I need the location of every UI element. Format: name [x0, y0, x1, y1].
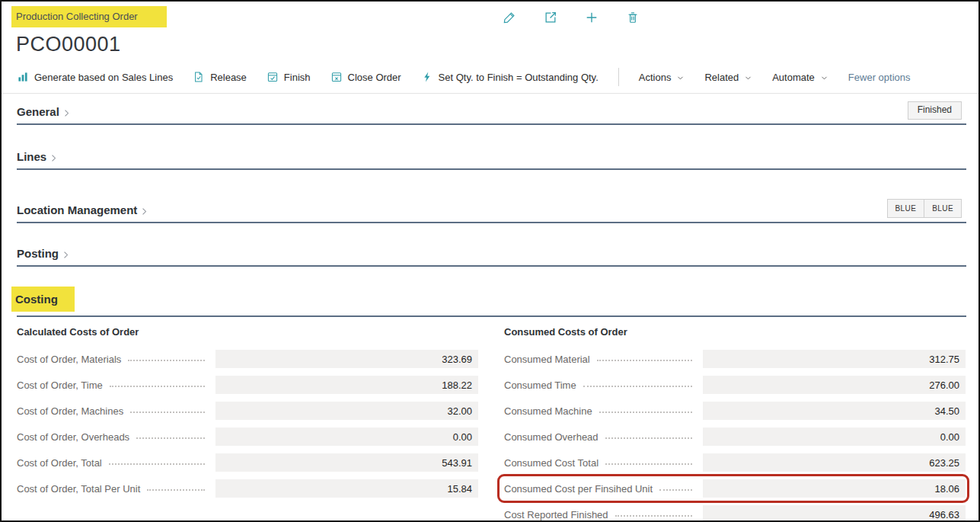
column-header-consumed: Consumed Costs of Order: [504, 326, 966, 340]
cost-field-value[interactable]: 0.00: [215, 428, 478, 446]
app-window: Production Collecting Order PCO00001: [0, 0, 980, 522]
cost-field-value[interactable]: 312.75: [703, 350, 966, 368]
toolbar-menu-button[interactable]: Related: [704, 72, 752, 83]
cost-field-row: Consumed Cost Total 623.25: [504, 453, 966, 472]
dotted-leader: [605, 437, 692, 439]
header-icon-button[interactable]: [496, 5, 522, 30]
cost-field-row: Cost of Order, Materials 323.69: [17, 350, 478, 368]
cost-field-label: Cost of Order, Materials: [17, 354, 121, 365]
fewer-options-button[interactable]: Fewer options: [848, 72, 911, 83]
section-location-toggle[interactable]: Location Management: [17, 203, 149, 218]
chevron-right-icon: [49, 152, 59, 163]
page-body: General Finished Lines Location Manageme…: [2, 101, 978, 522]
cost-field-row: Consumed Time 276.00: [504, 376, 966, 394]
calculated-costs-rows: Cost of Order, Materials 323.69 Cost of …: [17, 350, 478, 498]
dotted-leader: [597, 360, 692, 361]
consumed-costs-rows: Consumed Material 312.75 Consumed Time 2: [504, 350, 966, 522]
chevron-down-icon: [744, 72, 752, 82]
lightning-icon: [421, 71, 433, 83]
toolbar-action-button[interactable]: Generate based on Sales Lines: [17, 71, 173, 83]
cost-field-row: Cost of Order, Overheads 0.00: [17, 428, 478, 446]
cost-field-value[interactable]: 323.69: [215, 350, 478, 368]
location-badge-blue-2[interactable]: BLUE: [924, 199, 962, 218]
cost-field-label: Cost of Order, Time: [17, 379, 103, 391]
trash-icon: [626, 11, 640, 24]
cost-field-label: Cost of Order, Machines: [17, 405, 123, 417]
cost-field-value[interactable]: 18.06: [703, 479, 966, 498]
cost-field-row: Cost of Order, Time 188.22: [17, 376, 478, 394]
section-general-toggle[interactable]: General: [17, 104, 72, 120]
cost-field-value[interactable]: 32.00: [215, 402, 478, 420]
toolbar-action-button[interactable]: Set Qty. to Finish = Outstanding Qty.: [421, 71, 599, 83]
column-header-calculated: Calculated Costs of Order: [17, 326, 478, 340]
cost-field-value[interactable]: 623.25: [703, 453, 966, 472]
cost-field-row: Cost of Order, Machines 32.00: [17, 402, 478, 420]
dotted-leader: [659, 489, 691, 491]
cost-field-value[interactable]: 15.84: [215, 479, 478, 498]
cost-field-label: Consumed Cost per Finsihed Unit: [504, 483, 653, 495]
grid-check-icon: [267, 71, 279, 83]
header-icon-button[interactable]: [620, 5, 646, 30]
dotted-leader: [147, 489, 204, 491]
section-general: General Finished: [17, 101, 966, 125]
section-posting-toggle[interactable]: Posting: [17, 246, 71, 261]
dotted-leader: [136, 437, 204, 439]
cost-field-label: Consumed Overhead: [504, 431, 599, 443]
cost-field-row: Consumed Overhead 0.00: [504, 428, 966, 446]
status-badge-finished[interactable]: Finished: [908, 101, 962, 120]
bar-chart-icon: [17, 71, 29, 83]
chevron-down-icon: [820, 72, 828, 82]
cost-field-row: Cost Reported Finished 496.63: [504, 505, 966, 522]
dotted-leader: [130, 412, 204, 413]
cost-field-value[interactable]: 0.00: [703, 428, 966, 446]
location-badge-blue-1[interactable]: BLUE: [887, 199, 925, 218]
action-bar-menus: Actions Related Automate: [639, 72, 828, 83]
chevron-right-icon: [61, 248, 71, 260]
toolbar-separator: [618, 68, 619, 86]
action-bar: Generate based on Sales Lines Release Fi…: [2, 61, 978, 94]
document-check-icon: [193, 71, 205, 83]
header-icon-button[interactable]: [538, 5, 563, 30]
section-lines-toggle[interactable]: Lines: [17, 149, 59, 165]
cost-field-value[interactable]: 34.50: [703, 402, 966, 420]
calculated-costs-column: Calculated Costs of Order Cost of Order,…: [17, 326, 478, 522]
pencil-icon: [503, 11, 516, 24]
section-costing-toggle[interactable]: Costing: [17, 287, 75, 312]
cost-field-label: Consumed Cost Total: [504, 457, 599, 469]
grid-close-icon: [330, 71, 343, 83]
cost-field-row: Consumed Material 312.75: [504, 350, 966, 368]
toolbar-menu-button[interactable]: Actions: [639, 72, 685, 83]
toolbar-action-button[interactable]: Close Order: [330, 71, 401, 83]
section-costing-label: Costing: [11, 287, 75, 312]
page-caption: Production Collecting Order: [11, 6, 167, 27]
page-header: Production Collecting Order PCO00001: [2, 2, 978, 56]
dotted-leader: [605, 463, 692, 465]
cost-field-label: Consumed Time: [504, 379, 576, 391]
toolbar-menu-button[interactable]: Automate: [772, 72, 828, 83]
dotted-leader: [110, 386, 205, 387]
dotted-leader: [128, 360, 204, 361]
cost-field-value[interactable]: 496.63: [703, 505, 966, 522]
cost-field-row: Cost of Order, Total Per Unit 15.84: [17, 479, 478, 498]
section-location-management: Location Management BLUE BLUE: [17, 199, 966, 223]
chevron-right-icon: [139, 205, 149, 216]
cost-field-label: Cost of Order, Total: [17, 457, 102, 469]
dotted-leader: [109, 463, 205, 465]
cost-field-label: Cost Reported Finished: [504, 509, 608, 520]
toolbar-action-button[interactable]: Finish: [267, 71, 311, 83]
cost-field-row: Cost of Order, Total 543.91: [17, 453, 478, 472]
chevron-right-icon: [62, 107, 72, 118]
cost-field-label: Cost of Order, Total Per Unit: [17, 483, 140, 495]
costing-fields: Calculated Costs of Order Cost of Order,…: [17, 326, 966, 522]
section-lines: Lines: [17, 149, 966, 170]
cost-field-row: Consumed Machine 34.50: [504, 402, 966, 420]
chevron-down-icon: [676, 72, 685, 82]
cost-field-label: Consumed Machine: [504, 405, 592, 417]
cost-field-value[interactable]: 543.91: [215, 453, 478, 472]
share-icon: [544, 11, 557, 24]
header-icon-button[interactable]: [579, 5, 605, 30]
toolbar-action-button[interactable]: Release: [193, 71, 247, 83]
cost-field-value[interactable]: 188.22: [215, 376, 478, 394]
cost-field-value[interactable]: 276.00: [703, 376, 966, 394]
cost-field-row: Consumed Cost per Finsihed Unit 18.06: [504, 479, 966, 498]
